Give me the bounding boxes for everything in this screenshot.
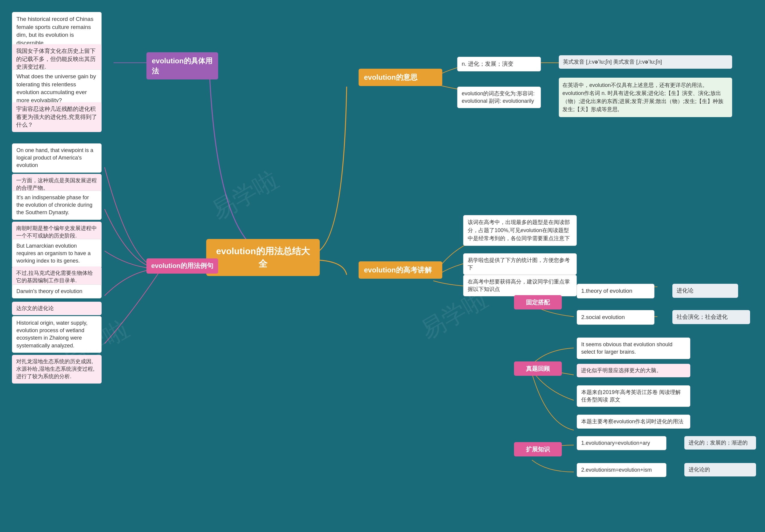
darwin-en: Darwin's theory of evolution bbox=[12, 284, 102, 298]
specific-usage-node: evolution的具体用法 bbox=[146, 52, 218, 80]
example-sentences-node: evolution的用法例句 bbox=[146, 259, 218, 273]
phonetics-node: 英式发音 [ˌiːvəˈluːʃn] 美式发音 [ˌiːvəˈluːʃn] bbox=[559, 55, 732, 69]
gaokao-node: evolution的高考讲解 bbox=[359, 262, 442, 279]
example-sentences-label: evolution的用法例句 bbox=[151, 262, 213, 269]
exam-review-label: 真题回顾 bbox=[514, 361, 562, 376]
sentence-5-en: Historical origin, water supply, evoluti… bbox=[12, 316, 102, 353]
sentence-5-cn: 对扎龙湿地生态系统的历史成因,水源补给,湿地生态系统演变过程,进行了较为系统的分… bbox=[12, 355, 102, 383]
collocation-1-cn: 进化论 bbox=[672, 284, 738, 298]
collocation-2-cn: 社会演化；社会进化 bbox=[672, 310, 750, 324]
collocation-1-en: 1.theory of evolution bbox=[577, 284, 654, 298]
watermark-1: 易学啦 bbox=[206, 163, 284, 227]
ext-1-formula: 1.evolutionary=evolution+ary bbox=[577, 436, 666, 450]
example-2-cn: 宇宙容忍这种几近残酷的进化积蓄更为强大的进化性,究竟得到了 什么？ bbox=[12, 102, 102, 132]
darwin-cn: 达尔文的进化论 bbox=[12, 302, 102, 315]
meaning-main: n. 进化；发展；演变 bbox=[457, 57, 541, 71]
ext-1-meaning: 进化的；发展的；渐进的 bbox=[684, 436, 756, 450]
exam-note: 本题主要考察evolution作名词时进化的用法 bbox=[577, 415, 690, 429]
sentence-1-en: On one hand, that viewpoint is a logical… bbox=[12, 143, 102, 173]
center-label: evolution的用法总结大全 bbox=[216, 246, 310, 268]
specific-usage-label: evolution的具体用法 bbox=[152, 57, 213, 75]
intro-text-2: 易学啦也提供了下方的统计图，方便您参考下 bbox=[463, 253, 577, 275]
ext-2-meaning: 进化论的 bbox=[684, 463, 756, 476]
meaning-node: evolution的意思 bbox=[359, 69, 442, 86]
gaokao-label: evolution的高考讲解 bbox=[364, 266, 432, 274]
fixed-collocation-label: 固定搭配 bbox=[514, 295, 562, 309]
ext-2-formula: 2.evolutionism=evolution+ism bbox=[577, 463, 666, 477]
meaning-label: evolution的意思 bbox=[364, 73, 417, 81]
exam-sentence-en: It seems obvious that evolution should s… bbox=[577, 337, 690, 359]
extended-knowledge-label: 扩展知识 bbox=[514, 442, 562, 456]
meaning-detail-node: 在英语中，evolution不仅具有上述意思，还有更详尽的用法。evolutio… bbox=[559, 78, 732, 117]
word-form-node: evolution的词态变化为:形容词: evolutional 副词: evo… bbox=[457, 87, 541, 108]
center-node: evolution的用法总结大全 bbox=[206, 239, 320, 276]
intro-text-3: 在高考中想要获得高分，建议同学们重点掌握以下知识点 bbox=[463, 275, 577, 296]
exam-sentence-cn: 进化似乎明显应选择更大的大脑。 bbox=[577, 364, 690, 377]
sentence-3-en: But Lamarckian evolution requires an org… bbox=[12, 239, 102, 268]
collocation-2-en: 2.social evolution bbox=[577, 310, 654, 325]
sentence-2-en: It's an indispensable phase for the evol… bbox=[12, 191, 102, 220]
exam-source: 本题来自2019年高考英语江苏卷 阅读理解 任务型阅读 原文 bbox=[577, 385, 690, 407]
intro-text-1: 该词在高考中，出现最多的题型是在阅读部分，占题了100%,可见evolution… bbox=[463, 215, 577, 246]
